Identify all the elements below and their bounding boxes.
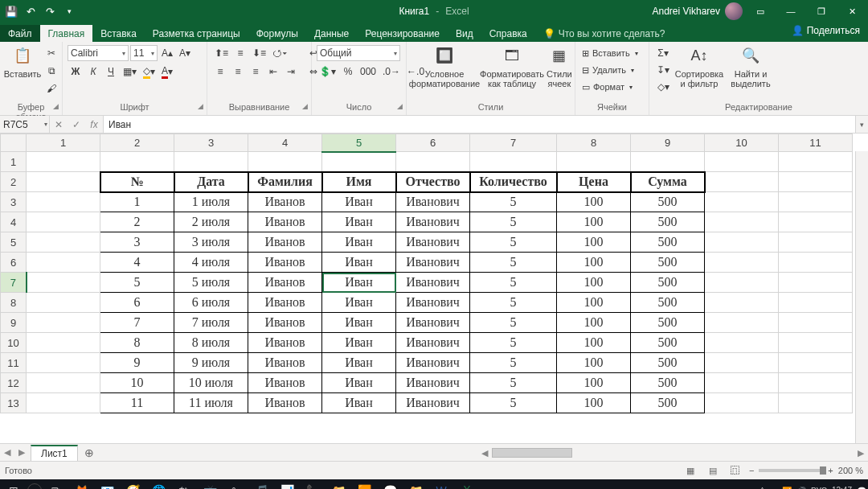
taskbar-app-5[interactable]: 🗂 <box>223 480 248 489</box>
cell[interactable]: 100 <box>557 393 631 413</box>
sheet-nav-next-icon[interactable]: ▶ <box>14 447 29 458</box>
cell[interactable]: 5 <box>470 273 557 293</box>
cell[interactable] <box>705 172 779 192</box>
italic-button[interactable]: К <box>85 64 101 80</box>
namebox-dropdown-icon[interactable]: ▾ <box>44 121 47 128</box>
cell[interactable]: 1 <box>100 192 174 212</box>
cell[interactable]: 11 июля <box>174 393 248 413</box>
number-format-combo[interactable]: Общий▾ <box>317 45 400 61</box>
tray-notifications-icon[interactable]: 💬 <box>857 487 866 490</box>
start-icon[interactable]: ⊞ <box>2 480 26 489</box>
cell[interactable]: 100 <box>557 273 631 293</box>
tab-insert[interactable]: Вставка <box>92 25 145 42</box>
col-header[interactable]: 11 <box>779 134 853 152</box>
align-bottom-icon[interactable]: ⬇≡ <box>250 45 268 61</box>
cell[interactable]: Иванович <box>396 253 470 273</box>
normal-view-icon[interactable]: ▦ <box>682 463 699 478</box>
cell[interactable]: Дата <box>174 172 248 192</box>
cell[interactable]: Иванов <box>248 313 322 333</box>
share-button[interactable]: 👤 Поделиться <box>792 25 860 36</box>
cell[interactable]: Имя <box>322 172 396 192</box>
taskbar-app-3[interactable]: 🧭 <box>121 480 145 489</box>
taskbar-app-12[interactable]: 📁 <box>403 480 428 489</box>
cell[interactable]: 5 <box>470 333 557 353</box>
row-header[interactable]: 11 <box>1 353 27 373</box>
cell[interactable]: 11 <box>100 393 174 413</box>
inc-decimal-icon[interactable]: .0→ <box>380 64 403 80</box>
tray-wifi-icon[interactable]: 📶 <box>782 487 792 490</box>
cell[interactable]: 2 <box>100 212 174 232</box>
fill-color-icon[interactable]: ◇▾ <box>141 64 158 80</box>
cell[interactable] <box>27 152 100 172</box>
zoom-out-icon[interactable]: − <box>749 466 754 475</box>
tray-cloud-icon[interactable]: ☁ <box>769 487 777 490</box>
cell[interactable] <box>322 152 396 172</box>
cell[interactable] <box>779 293 853 313</box>
cell[interactable] <box>27 172 100 192</box>
taskbar-app-4[interactable]: 📺 <box>198 480 222 489</box>
cell[interactable]: 500 <box>631 232 705 253</box>
cell[interactable] <box>27 333 100 353</box>
cell[interactable]: 3 июля <box>174 232 248 253</box>
sheet-nav-prev-icon[interactable]: ◀ <box>0 447 14 458</box>
taskbar-app-8[interactable]: 📞 <box>301 480 325 489</box>
cancel-formula-icon[interactable]: ✕ <box>50 119 68 130</box>
cell[interactable]: Иванов <box>248 212 322 232</box>
cell[interactable]: Иван <box>322 293 396 313</box>
cell[interactable] <box>705 192 779 212</box>
cell[interactable]: Иванов <box>248 373 322 393</box>
cell[interactable]: 100 <box>557 232 631 253</box>
cell[interactable]: Иванов <box>248 353 322 373</box>
cell[interactable]: Иван <box>322 192 396 212</box>
row-header[interactable]: 9 <box>1 313 27 333</box>
zoom-thumb[interactable] <box>820 466 826 475</box>
cell[interactable]: Иван <box>322 253 396 273</box>
cell[interactable] <box>557 152 631 172</box>
select-all-corner[interactable] <box>1 134 27 152</box>
cell[interactable]: 5 <box>470 393 557 413</box>
taskbar-app-1[interactable]: 🦊 <box>69 480 93 489</box>
cell[interactable]: Иван <box>322 353 396 373</box>
cell[interactable]: 100 <box>557 333 631 353</box>
cell[interactable] <box>27 192 100 212</box>
save-icon[interactable]: 💾 <box>3 3 19 19</box>
cell[interactable] <box>631 152 705 172</box>
col-header[interactable]: 9 <box>631 134 705 152</box>
insert-cells-button[interactable]: ⊞Вставить▾ <box>580 45 640 61</box>
cell[interactable]: 100 <box>557 373 631 393</box>
cell[interactable]: Иван <box>322 232 396 253</box>
cell[interactable]: Цена <box>557 172 631 192</box>
cell[interactable]: Отчество <box>396 172 470 192</box>
tray-language[interactable]: РУС <box>811 487 827 490</box>
cell[interactable]: 5 <box>470 253 557 273</box>
close-icon[interactable]: ✕ <box>839 0 865 23</box>
autosum-icon[interactable]: Σ▾ <box>654 45 672 61</box>
underline-button[interactable]: Ч <box>103 64 119 80</box>
cell[interactable]: Фамилия <box>248 172 322 192</box>
row-header[interactable]: 7 <box>1 273 27 293</box>
sheet-tab[interactable]: Лист1 <box>31 445 78 461</box>
user-avatar[interactable] <box>725 2 743 20</box>
cell[interactable]: Иванович <box>396 373 470 393</box>
col-header[interactable]: 2 <box>100 134 174 152</box>
minimize-icon[interactable]: ― <box>778 0 804 23</box>
cell[interactable] <box>705 333 779 353</box>
cell[interactable]: Иванов <box>248 293 322 313</box>
horizontal-scrollbar[interactable]: ◀ ▶ <box>477 446 868 459</box>
taskbar-app-7[interactable]: 📊 <box>275 480 299 489</box>
col-header[interactable]: 3 <box>174 134 248 152</box>
cell[interactable]: 500 <box>631 393 705 413</box>
hscroll-left-icon[interactable]: ◀ <box>477 448 492 458</box>
cell[interactable]: Иванович <box>396 333 470 353</box>
row-header[interactable]: 8 <box>1 293 27 313</box>
taskbar-app-11[interactable]: 💬 <box>378 480 402 489</box>
cell[interactable]: 5 <box>470 313 557 333</box>
zoom-in-icon[interactable]: + <box>828 466 833 475</box>
conditional-format-button[interactable]: 🔲 Условное форматирование <box>411 45 477 88</box>
cell[interactable]: 100 <box>557 293 631 313</box>
tab-view[interactable]: Вид <box>448 25 481 42</box>
cell[interactable] <box>174 152 248 172</box>
cell[interactable]: Иван <box>322 333 396 353</box>
cell[interactable]: 500 <box>631 293 705 313</box>
cell[interactable]: Иван <box>322 393 396 413</box>
